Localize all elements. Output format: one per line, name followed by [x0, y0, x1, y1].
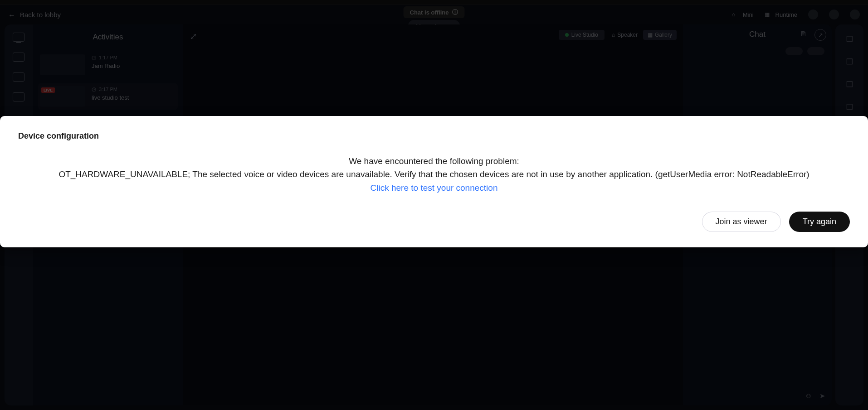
modal-error-line1: We have encountered the following proble…: [21, 154, 847, 168]
modal-error-line2: OT_HARDWARE_UNAVAILABLE; The selected vo…: [21, 168, 847, 181]
modal-overlay: Device configuration We have encountered…: [0, 0, 868, 410]
test-connection-link[interactable]: Click here to test your connection: [371, 183, 498, 193]
try-again-button[interactable]: Try again: [789, 212, 850, 232]
device-config-modal: Device configuration We have encountered…: [0, 116, 868, 247]
modal-title: Device configuration: [18, 131, 850, 141]
modal-body: We have encountered the following proble…: [18, 149, 850, 200]
join-as-viewer-button[interactable]: Join as viewer: [702, 212, 781, 232]
modal-actions: Join as viewer Try again: [18, 212, 850, 232]
